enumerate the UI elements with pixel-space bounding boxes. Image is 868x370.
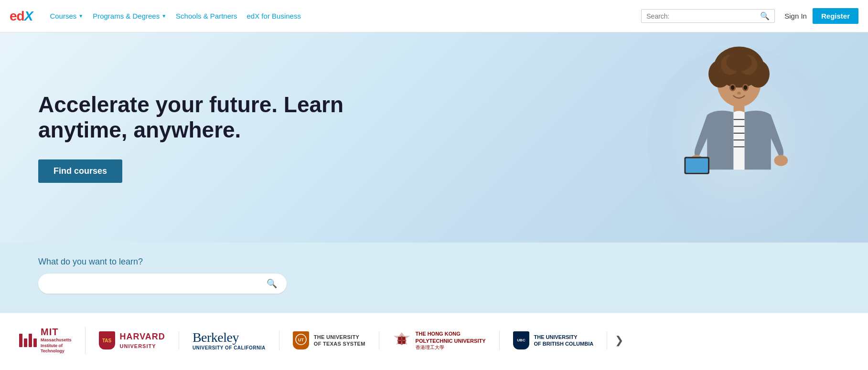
hk-name: THE HONG KONG POLYTECHNIC UNIVERSITY: [416, 330, 486, 344]
hero-image: [391, 32, 868, 243]
harvard-shield-icon: TAS: [99, 331, 115, 349]
learn-search-icon: 🔍: [267, 278, 277, 289]
svg-point-15: [774, 155, 788, 166]
svg-rect-30: [397, 339, 406, 341]
hk-chinese: 香港理工大學: [416, 344, 486, 350]
svg-point-22: [737, 92, 741, 95]
courses-chevron-icon: ▼: [78, 13, 83, 19]
ubc-name: THE UNIVERSITY OF BRITISH COLUMBIA: [534, 334, 594, 348]
programs-chevron-icon: ▼: [161, 13, 166, 19]
mit-logo: MIT Massachusetts Institute of Technolog…: [19, 327, 72, 354]
partner-ubc[interactable]: UBC THE UNIVERSITY OF BRITISH COLUMBIA: [500, 331, 608, 349]
mit-bar-1: [19, 334, 22, 347]
nav-programs[interactable]: Programs & Degrees ▼: [89, 10, 170, 22]
ubc-shield-icon: UBC: [513, 331, 529, 349]
sign-in-button[interactable]: Sign In: [784, 12, 807, 20]
svg-text:UT: UT: [298, 338, 304, 342]
harvard-name: HARVARD: [120, 331, 165, 342]
hero-content: Accelerate your future. Learn anytime, a…: [0, 63, 434, 212]
logo-x: X: [24, 9, 33, 23]
header-search-input[interactable]: [646, 12, 760, 20]
partner-mit[interactable]: MIT Massachusetts Institute of Technolog…: [19, 327, 86, 354]
hero-person-illustration: [639, 42, 839, 243]
mit-bars-icon: [19, 334, 37, 347]
find-courses-button[interactable]: Find courses: [38, 159, 122, 183]
svg-rect-17: [686, 158, 708, 173]
svg-point-20: [731, 85, 735, 90]
svg-point-7: [726, 53, 751, 71]
mit-bar-4: [33, 338, 37, 347]
learn-search-container: 🔍: [38, 274, 287, 294]
hero-title: Accelerate your future. Learn anytime, a…: [38, 92, 396, 143]
partner-ut[interactable]: UT THE UNIVERSITY of TEXAS SYSTEM: [279, 331, 379, 349]
partner-berkeley[interactable]: Berkeley UNIVERSITY OF CALIFORNIA: [179, 330, 279, 350]
ut-shield-icon: UT: [293, 331, 309, 349]
ut-text: THE UNIVERSITY of TEXAS SYSTEM: [314, 334, 365, 348]
mit-bar-3: [29, 334, 32, 347]
logo[interactable]: edX: [10, 9, 32, 24]
hk-text: THE HONG KONG POLYTECHNIC UNIVERSITY 香港理…: [416, 330, 486, 350]
hk-poly-logo-icon: [393, 331, 411, 349]
nav-business[interactable]: edX for Business: [243, 10, 305, 22]
svg-text:UBC: UBC: [517, 338, 525, 342]
main-nav: Courses ▼ Programs & Degrees ▼ Schools &…: [46, 10, 641, 22]
nav-courses[interactable]: Courses ▼: [46, 10, 87, 22]
partner-harvard[interactable]: TAS HARVARD UNIVERSITY: [86, 331, 179, 349]
svg-rect-28: [402, 341, 406, 344]
ut-name: THE UNIVERSITY of TEXAS SYSTEM: [314, 334, 365, 348]
harvard-text: HARVARD UNIVERSITY: [120, 331, 165, 349]
berkeley-subtitle: UNIVERSITY OF CALIFORNIA: [193, 345, 266, 350]
header-search-icon: 🔍: [760, 11, 770, 21]
logo-ed: ed: [10, 9, 24, 23]
learn-title: What do you want to learn?: [38, 257, 830, 267]
svg-rect-25: [398, 337, 401, 340]
svg-rect-27: [398, 341, 401, 344]
learn-section: What do you want to learn? 🔍: [0, 243, 868, 313]
partner-hkpoly[interactable]: THE HONG KONG POLYTECHNIC UNIVERSITY 香港理…: [379, 330, 500, 350]
header-search-container: 🔍: [641, 9, 775, 23]
learn-search-input[interactable]: [48, 280, 267, 288]
mit-name: MIT: [41, 327, 72, 338]
partners-section: MIT Massachusetts Institute of Technolog…: [0, 313, 868, 368]
harvard-subtitle: UNIVERSITY: [120, 343, 165, 349]
svg-point-21: [744, 85, 748, 90]
mit-bar-2: [24, 338, 27, 347]
hero-section: Accelerate your future. Learn anytime, a…: [0, 32, 868, 243]
register-button[interactable]: Register: [813, 8, 858, 24]
partners-next-arrow[interactable]: ❯: [615, 334, 623, 347]
ubc-text: THE UNIVERSITY OF BRITISH COLUMBIA: [534, 334, 594, 348]
header: edX Courses ▼ Programs & Degrees ▼ Schoo…: [0, 0, 868, 32]
svg-rect-26: [402, 337, 406, 340]
nav-schools[interactable]: Schools & Partners: [172, 10, 241, 22]
berkeley-name: Berkeley: [193, 330, 266, 345]
berkeley-text: Berkeley UNIVERSITY OF CALIFORNIA: [193, 330, 266, 350]
auth-area: Sign In Register: [784, 8, 858, 24]
edx-logo: edX: [10, 9, 32, 24]
mit-text: MIT Massachusetts Institute of Technolog…: [41, 327, 72, 354]
mit-subtitle: Massachusetts Institute of Technology: [41, 338, 72, 354]
